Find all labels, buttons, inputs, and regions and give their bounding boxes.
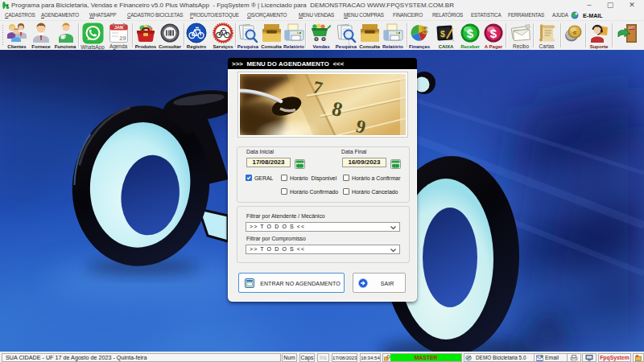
svg-text:$: $ bbox=[422, 24, 428, 36]
svg-text:29: 29 bbox=[119, 35, 126, 42]
svg-text:EXIT: EXIT bbox=[629, 27, 634, 30]
svg-text:$: $ bbox=[467, 27, 474, 40]
svg-text:¢: ¢ bbox=[573, 29, 577, 36]
svg-text:$: $ bbox=[440, 29, 445, 39]
svg-text:$: $ bbox=[490, 27, 497, 40]
svg-text:JAN: JAN bbox=[114, 25, 122, 30]
